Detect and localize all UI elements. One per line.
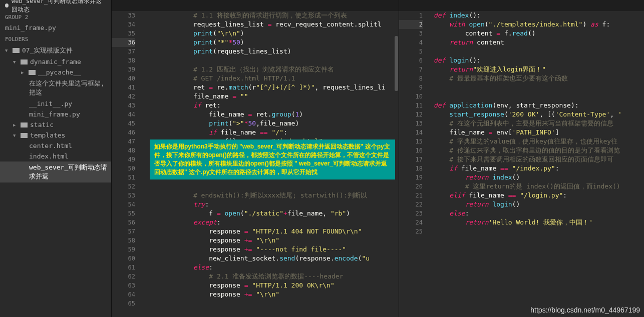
group-header: GROUP 2 (0, 11, 111, 22)
tree-item-label: templates (30, 132, 65, 139)
tree-item[interactable]: ▶static (0, 120, 111, 130)
file-tree: ▼07_实现模版文件▼dynamic_frame▶__pycache__在这个文… (0, 44, 111, 317)
tree-item[interactable]: center.html (0, 140, 111, 151)
editor-pane-left: 3334353637383940414243444546474849505152… (112, 0, 399, 317)
scrollbar-left[interactable] (395, 36, 398, 91)
tree-arrow-icon: ▶ (13, 122, 18, 128)
tree-arrow-icon: ▼ (13, 60, 18, 64)
tree-item[interactable]: ▼templates (0, 130, 111, 140)
tree-item[interactable]: web_sever_可判断动态请求并返 (0, 162, 111, 182)
folder-icon (21, 133, 28, 138)
tree-item[interactable]: ▶__pycache__ (0, 67, 111, 78)
sidebar-tabs: web_sever_可判断动态请求并返回动态 (0, 0, 111, 11)
tree-item-label: center.html (29, 142, 72, 150)
tree-arrow-icon: ▶ (21, 70, 26, 75)
group-file[interactable]: mini_frame.py (0, 22, 111, 33)
editor-pane-right: 1234567891011121314151617181920212223242… (399, 0, 644, 317)
tree-item-label: __init__.py (29, 100, 72, 108)
code-body-right[interactable]: 1234567891011121314151617181920212223242… (399, 11, 644, 317)
editor-tab-right[interactable] (399, 0, 644, 11)
gutter-right: 1234567891011121314151617181920212223242… (399, 11, 432, 317)
folder-icon (13, 48, 20, 53)
tree-arrow-icon: ▼ (13, 133, 18, 138)
code-right[interactable]: def index(): with open("./templates/inde… (432, 11, 644, 317)
editor-tab-left[interactable] (112, 0, 399, 11)
annotation-box: 如果你是用python3手动执行的 "web_sever_可判断动态请求并返回动… (150, 140, 395, 180)
tree-item-label: web_sever_可判断动态请求并返 (29, 163, 108, 181)
folder-icon (21, 122, 28, 128)
tree-item[interactable]: ▼07_实现模版文件 (0, 44, 111, 56)
tree-item[interactable]: 在这个文件夹里边写框架,把这 (0, 78, 111, 98)
tree-item[interactable]: index.html (0, 151, 111, 162)
sidebar: web_sever_可判断动态请求并返回动态 GROUP 2 mini_fram… (0, 0, 112, 317)
group-file-label: mini_frame.py (5, 24, 56, 32)
folders-header: FOLDERS (0, 33, 111, 44)
gutter-left: 3334353637383940414243444546474849505152… (112, 11, 144, 317)
tree-item-label: mini_frame.py (29, 110, 80, 118)
folder-icon (29, 70, 36, 75)
editors: 3334353637383940414243444546474849505152… (112, 0, 644, 317)
tree-item-label: dynamic_frame (30, 58, 81, 66)
tree-item-label: 07_实现模版文件 (22, 46, 73, 55)
tree-item[interactable]: ▼dynamic_frame (0, 56, 111, 67)
tree-item-label: index.html (29, 152, 68, 160)
tree-item[interactable]: __init__.py (0, 98, 111, 109)
tree-item[interactable]: mini_frame.py (0, 109, 111, 120)
watermark: https://blog.csdn.net/m0_44967199 (530, 306, 640, 314)
tree-item-label: static (30, 121, 54, 128)
dirty-dot-icon (5, 4, 9, 8)
tree-item-label: __pycache__ (38, 68, 81, 76)
folder-icon (21, 60, 28, 64)
tree-arrow-icon: ▼ (5, 48, 10, 53)
tree-item-label: 在这个文件夹里边写框架,把这 (29, 79, 108, 97)
